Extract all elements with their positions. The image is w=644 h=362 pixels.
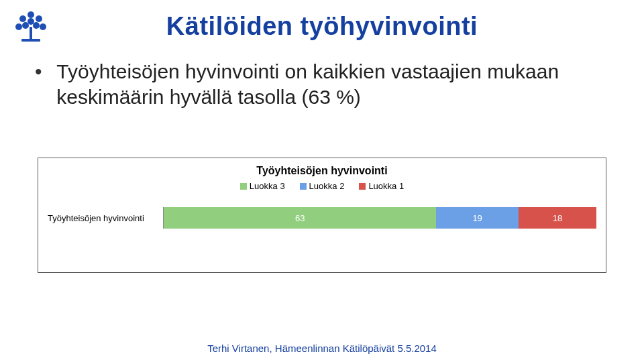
legend-item-luokka1: Luokka 1 bbox=[359, 181, 404, 191]
bullet-dot-icon: • bbox=[35, 59, 51, 84]
chart-container: Työyhteisöjen hyvinvointi Luokka 3 Luokk… bbox=[38, 158, 606, 273]
legend-item-luokka2: Luokka 2 bbox=[300, 181, 345, 191]
legend-swatch-luokka3-icon bbox=[240, 183, 247, 190]
bar-value-luokka1: 18 bbox=[553, 213, 562, 223]
bar-segment-luokka2: 19 bbox=[436, 207, 519, 229]
legend-label-luokka3: Luokka 3 bbox=[250, 181, 285, 191]
bullet-text: • Työyhteisöjen hyvinvointi on kaikkien … bbox=[35, 59, 598, 109]
slide-footer: Terhi Virtanen, Hämeenlinnan Kätilöpäivä… bbox=[0, 343, 644, 354]
bullet-content: Työyhteisöjen hyvinvointi on kaikkien va… bbox=[56, 59, 593, 109]
chart-title: Työyhteisöjen hyvinvointi bbox=[48, 165, 596, 177]
bar-value-luokka2: 19 bbox=[472, 213, 482, 223]
page-title: Kätilöiden työhyvinvointi bbox=[0, 12, 644, 41]
legend-swatch-luokka2-icon bbox=[300, 183, 307, 190]
legend-label-luokka1: Luokka 1 bbox=[368, 181, 404, 191]
bar-segment-luokka1: 18 bbox=[519, 207, 596, 229]
bar-value-luokka3: 63 bbox=[295, 213, 305, 223]
legend-swatch-luokka1-icon bbox=[359, 183, 366, 190]
chart-legend: Luokka 3 Luokka 2 Luokka 1 bbox=[48, 181, 596, 191]
legend-item-luokka3: Luokka 3 bbox=[240, 181, 285, 191]
bar-area: 63 19 18 bbox=[163, 207, 596, 229]
bar-category-label: Työyhteisöjen hyvinvointi bbox=[48, 213, 163, 223]
bar-row: Työyhteisöjen hyvinvointi 63 19 18 bbox=[48, 203, 596, 233]
bar-segment-luokka3: 63 bbox=[164, 207, 436, 229]
legend-label-luokka2: Luokka 2 bbox=[309, 181, 345, 191]
